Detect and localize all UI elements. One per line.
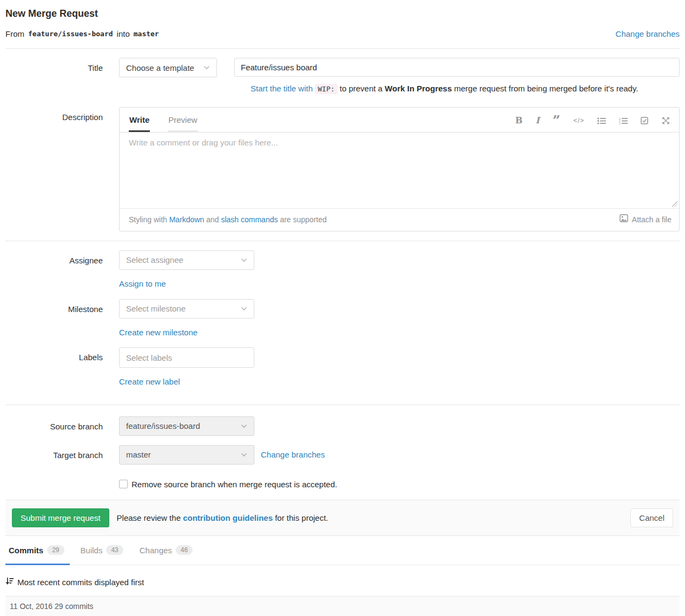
task-list-icon[interactable] <box>641 117 649 124</box>
slash-commands-link[interactable]: slash commands <box>221 215 278 226</box>
description-row: Description Write Preview B I ” </> <box>5 107 680 231</box>
wip-hint-tail: merge request from being merged before i… <box>454 84 638 93</box>
tab-write[interactable]: Write <box>129 108 150 132</box>
assignee-label: Assignee <box>5 250 103 290</box>
description-label: Description <box>5 107 103 231</box>
mr-tabs: Commits 29 Builds 43 Changes 46 <box>5 536 680 565</box>
source-branch-row: Source branch feature/issues-board <box>5 416 680 436</box>
markdown-editor: Write Preview B I ” </> 123 <box>119 107 680 231</box>
wip-hint-link[interactable]: Start the title with <box>251 84 313 93</box>
chevron-down-icon <box>241 424 247 428</box>
change-branches-link-top[interactable]: Change branches <box>616 28 680 39</box>
source-branch-value: feature/issues-board <box>126 420 200 432</box>
resize-grip[interactable] <box>672 201 677 207</box>
markdown-toolbar: B I ” </> 123 <box>515 115 670 132</box>
assign-to-me-link[interactable]: Assign to me <box>119 278 166 289</box>
tab-builds-count: 43 <box>106 545 123 555</box>
choose-template-dropdown[interactable]: Choose a template <box>119 58 217 77</box>
title-label: Title <box>5 58 103 94</box>
description-textarea[interactable] <box>120 133 679 208</box>
review-suffix: for this project. <box>275 513 328 522</box>
labels-placeholder: Select labels <box>126 352 172 363</box>
commits-sort-note-label: Most recent commits displayed first <box>17 577 144 588</box>
quote-icon[interactable]: ” <box>552 117 560 124</box>
remove-source-branch-label: Remove source branch when merge request … <box>131 479 337 490</box>
tab-commits-label: Commits <box>9 545 43 556</box>
section-divider-1 <box>5 241 680 241</box>
page-title: New Merge Request <box>5 7 680 21</box>
chevron-down-icon <box>241 307 247 311</box>
from-label: From <box>5 28 24 39</box>
target-branch-dropdown[interactable]: master <box>119 445 254 465</box>
attach-file-button[interactable]: Attach a file <box>620 214 671 226</box>
tab-builds[interactable]: Builds 43 <box>77 545 129 565</box>
source-branch-name: feature/issues-board <box>28 29 113 39</box>
commits-date-header: 11 Oct, 2016 29 commits <box>5 596 680 616</box>
change-branches-link-form[interactable]: Change branches <box>261 449 325 460</box>
chevron-down-icon <box>241 453 247 457</box>
bold-icon[interactable]: B <box>515 115 523 127</box>
fullscreen-icon[interactable] <box>662 117 670 124</box>
milestone-row: Milestone Select milestone Create new mi… <box>5 299 680 339</box>
tab-builds-label: Builds <box>81 545 103 556</box>
wip-hint-bold: Work In Progress <box>385 84 452 93</box>
new-merge-request-page: New Merge Request From feature/issues-bo… <box>0 7 685 616</box>
numbered-list-icon[interactable]: 123 <box>619 117 628 124</box>
labels-label: Labels <box>5 347 103 388</box>
labels-row: Labels Select labels Create new label <box>5 347 680 388</box>
markdown-link[interactable]: Markdown <box>169 215 205 226</box>
target-branch-label: Target branch <box>5 445 103 465</box>
attach-file-label: Attach a file <box>632 215 671 226</box>
source-branch-label: Source branch <box>5 416 103 436</box>
remove-source-branch-row: Remove source branch when merge request … <box>119 479 680 500</box>
wip-hint-mid: to prevent a <box>340 84 383 93</box>
target-branch-row: Target branch master Change branches <box>5 445 680 465</box>
branch-compare-line: From feature/issues-board into master Ch… <box>5 27 680 48</box>
and-word: and <box>206 215 219 226</box>
header-divider <box>5 48 680 49</box>
contribution-guidelines-link[interactable]: contribution guidelines <box>183 513 273 522</box>
wip-code: WIP: <box>315 84 337 94</box>
source-branch-dropdown[interactable]: feature/issues-board <box>119 416 254 436</box>
milestone-dropdown[interactable]: Select milestone <box>119 299 254 319</box>
commits-sort-note: Most recent commits displayed first <box>5 565 680 596</box>
tab-changes-count: 46 <box>176 545 193 555</box>
assignee-placeholder: Select assignee <box>126 254 183 266</box>
chevron-down-icon <box>203 65 210 70</box>
markdown-footer: Styling with Markdown and slash commands… <box>120 208 679 231</box>
title-input[interactable] <box>234 58 680 77</box>
code-icon[interactable]: </> <box>574 116 584 125</box>
markdown-editor-header: Write Preview B I ” </> 123 <box>120 108 679 133</box>
target-branch-name: master <box>134 29 159 39</box>
styling-suffix: are supported <box>280 215 326 226</box>
wip-hint: Start the title with WIP: to prevent a W… <box>251 83 680 94</box>
target-branch-value: master <box>126 449 151 460</box>
assignee-row: Assignee Select assignee Assign to me <box>5 250 680 290</box>
labels-input[interactable]: Select labels <box>119 347 254 368</box>
milestone-label: Milestone <box>5 299 103 339</box>
attach-image-icon <box>620 214 628 226</box>
bullet-list-icon[interactable] <box>597 117 606 124</box>
cancel-button[interactable]: Cancel <box>630 508 673 527</box>
assignee-dropdown[interactable]: Select assignee <box>119 250 254 270</box>
tab-commits-count: 29 <box>47 545 64 555</box>
title-row: Title Choose a template Start the title … <box>5 58 680 94</box>
review-text: Please review the contribution guideline… <box>117 512 328 524</box>
milestone-placeholder: Select milestone <box>126 303 186 314</box>
remove-source-branch-checkbox[interactable] <box>119 480 128 488</box>
submit-merge-request-button[interactable]: Submit merge request <box>12 508 109 527</box>
svg-text:3: 3 <box>619 122 621 124</box>
sort-amount-desc-icon <box>5 577 14 588</box>
styling-prefix: Styling with <box>129 215 167 226</box>
review-prefix: Please review the <box>117 513 181 522</box>
tab-changes[interactable]: Changes 46 <box>136 545 198 565</box>
italic-icon[interactable]: I <box>536 115 539 127</box>
section-divider-2 <box>5 405 680 405</box>
create-new-label-link[interactable]: Create new label <box>119 376 180 387</box>
description-body <box>120 133 679 208</box>
title-controls: Choose a template Start the title with W… <box>119 58 680 94</box>
tab-commits[interactable]: Commits 29 <box>5 545 70 565</box>
create-new-milestone-link[interactable]: Create new milestone <box>119 327 197 338</box>
tab-preview[interactable]: Preview <box>168 108 197 132</box>
tab-changes-label: Changes <box>140 545 172 556</box>
